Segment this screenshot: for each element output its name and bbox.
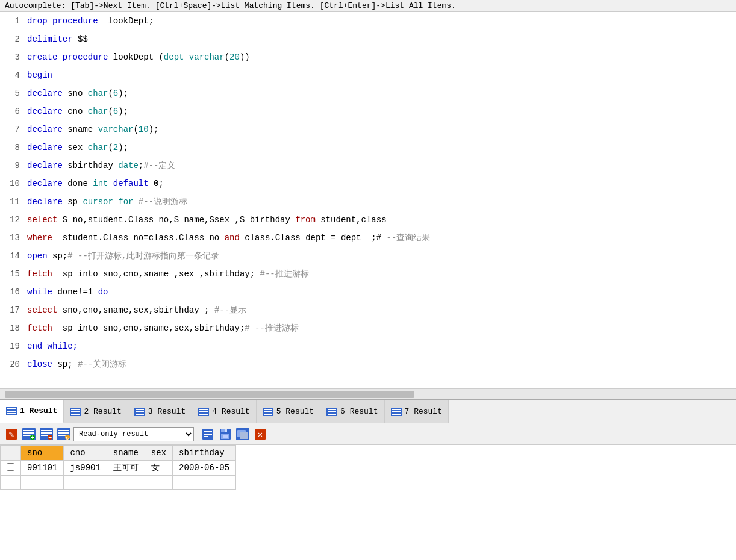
toolbar-btn-export[interactable] <box>200 426 216 442</box>
tab-6-label: 6 Result <box>340 407 378 416</box>
tab-4-label: 4 Result <box>212 407 249 416</box>
tab-icon-1 <box>6 407 17 415</box>
code-line-1: 1 drop procedure lookDept; <box>0 12 736 30</box>
tab-icon-2 <box>70 408 81 416</box>
tab-icon-6 <box>326 408 337 416</box>
svg-rect-10 <box>41 432 52 434</box>
bottom-panel: 1 Result 2 Result 3 Result 4 Result 5 Re… <box>0 400 736 560</box>
toolbar-btn-delete[interactable]: − <box>39 426 54 442</box>
code-line-17: 17 select sno,cno,sname,sex,sbirthday ; … <box>0 301 736 319</box>
result-area[interactable]: sno cno sname sex sbirthday 991101 js990… <box>0 445 736 560</box>
col-header-checkbox <box>1 446 21 461</box>
code-line-7: 7 declare sname varchar(10); <box>0 120 736 138</box>
read-only-select[interactable]: Read-only result <box>73 427 194 441</box>
code-line-2: 2 delimiter $$ <box>0 30 736 48</box>
tab-7-result[interactable]: 7 Result <box>385 400 449 423</box>
code-line-11: 11 declare sp cursor for #--说明游标 <box>0 193 736 211</box>
code-line-6: 6 declare cno char(6); <box>0 102 736 120</box>
tab-3-result[interactable]: 3 Result <box>128 400 192 423</box>
svg-text:+: + <box>31 434 34 440</box>
code-editor[interactable]: 1 drop procedure lookDept; 2 delimiter $… <box>0 12 736 400</box>
tab-icon-5 <box>263 408 273 416</box>
svg-rect-31 <box>240 432 248 439</box>
code-line-18: 18 fetch sp into sno,cno,sname,sex,sbirt… <box>0 319 736 337</box>
code-line-12: 12 select S_no,student.Class_no,S_name,S… <box>0 211 736 229</box>
code-lines: 1 drop procedure lookDept; 2 delimiter $… <box>0 12 736 373</box>
code-line-16: 16 while done!=1 do <box>0 283 736 301</box>
col-header-sbirthday[interactable]: sbirthday <box>173 446 236 461</box>
code-line-14: 14 open sp;# --打开游标,此时游标指向第一条记录 <box>0 247 736 265</box>
code-line-13: 13 where student.Class_no=class.Class_no… <box>0 229 736 247</box>
svg-rect-3 <box>23 430 34 431</box>
autocomplete-bar: Autocomplete: [Tab]->Next Item. [Ctrl+Sp… <box>0 0 736 12</box>
svg-rect-9 <box>41 430 52 431</box>
svg-rect-23 <box>204 436 208 437</box>
col-header-sex[interactable]: sex <box>145 446 172 461</box>
toolbar-btn-save[interactable] <box>217 426 233 442</box>
code-line-3: 3 create procedure lookDept (dept varcha… <box>0 48 736 66</box>
tab-icon-3 <box>134 408 145 416</box>
svg-rect-15 <box>58 430 69 431</box>
toolbar-btn-add[interactable]: + <box>21 426 37 442</box>
cell-sname: 王可可 <box>107 461 145 476</box>
toolbar-btn-refresh[interactable]: ↻ <box>56 426 72 442</box>
row-checkbox-input[interactable] <box>7 463 14 471</box>
code-line-8: 8 declare sex char(2); <box>0 138 736 157</box>
scrollbar-thumb[interactable] <box>5 391 414 398</box>
tab-1-result[interactable]: 1 Result <box>0 400 64 423</box>
code-line-10: 10 declare done int default 0; <box>0 175 736 193</box>
svg-rect-16 <box>58 432 69 434</box>
svg-text:✎: ✎ <box>8 431 14 439</box>
svg-text:↻: ↻ <box>66 435 69 440</box>
code-line-5: 5 declare sno char(6); <box>0 84 736 102</box>
svg-rect-22 <box>204 434 212 435</box>
cell-sex: 女 <box>145 461 172 476</box>
tab-5-label: 5 Result <box>276 407 314 416</box>
svg-rect-4 <box>23 432 34 434</box>
cell-sno: 991101 <box>21 461 64 476</box>
toolbar-btn-copy[interactable] <box>235 426 251 442</box>
horizontal-scrollbar[interactable] <box>0 388 736 399</box>
cell-cno: js9901 <box>64 461 107 476</box>
col-header-cno[interactable]: cno <box>64 446 107 461</box>
result-table: sno cno sname sex sbirthday 991101 js990… <box>0 445 236 490</box>
code-line-9: 9 declare sbirthday date;#--定义 <box>0 157 736 175</box>
tab-2-result[interactable]: 2 Result <box>64 400 128 423</box>
tab-7-label: 7 Result <box>405 407 442 416</box>
row-checkbox[interactable] <box>1 461 21 476</box>
svg-text:✕: ✕ <box>258 430 263 440</box>
svg-text:−: − <box>48 434 52 440</box>
cell-sbirthday: 2000-06-05 <box>173 461 236 476</box>
svg-rect-28 <box>223 435 228 438</box>
tab-2-label: 2 Result <box>84 407 121 416</box>
result-tabs: 1 Result 2 Result 3 Result 4 Result 5 Re… <box>0 400 736 423</box>
code-line-19: 19 end while; <box>0 337 736 355</box>
col-header-sname[interactable]: sname <box>107 446 145 461</box>
code-line-15: 15 fetch sp into sno,cno,sname ,sex ,sbi… <box>0 265 736 283</box>
tab-4-result[interactable]: 4 Result <box>192 400 256 423</box>
tab-1-label: 1 Result <box>20 406 57 415</box>
tab-5-result[interactable]: 5 Result <box>257 400 320 423</box>
tab-icon-7 <box>391 408 402 416</box>
toolbar-btn-edit[interactable]: ✎ <box>4 426 19 442</box>
tab-icon-4 <box>198 408 209 416</box>
svg-rect-21 <box>204 431 212 432</box>
code-line-20: 20 close sp; #--关闭游标 <box>0 355 736 373</box>
tab-6-result[interactable]: 6 Result <box>320 400 384 423</box>
tab-3-label: 3 Result <box>148 407 186 416</box>
result-toolbar: ✎ + − <box>0 423 736 445</box>
svg-rect-26 <box>225 429 227 432</box>
table-empty-row <box>1 476 236 490</box>
toolbar-btn-clear[interactable]: ✕ <box>252 426 268 442</box>
code-line-4: 4 begin <box>0 66 736 84</box>
col-header-sno[interactable]: sno <box>21 446 64 461</box>
table-row: 991101 js9901 王可可 女 2000-06-05 <box>1 461 236 476</box>
